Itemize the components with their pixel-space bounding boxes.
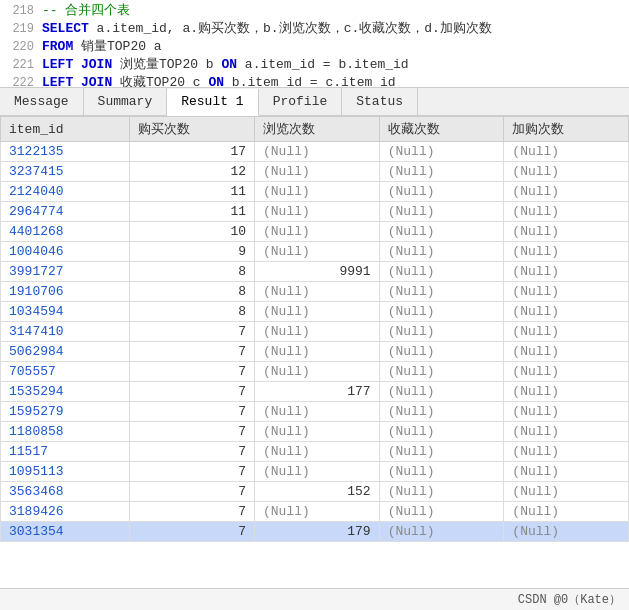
table-cell: 1034594 <box>1 302 130 322</box>
results-table-container[interactable]: item_id购买次数浏览次数收藏次数加购次数 312213517(Null)(… <box>0 116 629 588</box>
table-cell: (Null) <box>504 302 629 322</box>
table-row[interactable]: 15352947177(Null)(Null) <box>1 382 629 402</box>
table-cell: 1004046 <box>1 242 130 262</box>
table-cell: 8 <box>130 262 255 282</box>
table-row[interactable]: 31474107(Null)(Null)(Null) <box>1 322 629 342</box>
table-cell: 7 <box>130 422 255 442</box>
table-row[interactable]: 31894267(Null)(Null)(Null) <box>1 502 629 522</box>
line-number: 222 <box>4 74 42 88</box>
table-cell: 11 <box>130 202 255 222</box>
table-cell: (Null) <box>504 362 629 382</box>
table-cell: (Null) <box>379 482 504 502</box>
table-row[interactable]: 10040469(Null)(Null)(Null) <box>1 242 629 262</box>
table-cell: 7 <box>130 462 255 482</box>
table-cell: (Null) <box>255 182 380 202</box>
line-text: LEFT JOIN 收藏TOP20 c ON b.item_id = c.ite… <box>42 74 396 88</box>
code-area: 218-- 合并四个表219SELECT a.item_id, a.购买次数，b… <box>0 0 629 88</box>
table-row[interactable]: 30313547179(Null)(Null) <box>1 522 629 542</box>
table-cell: 8 <box>130 302 255 322</box>
table-cell: 152 <box>255 482 380 502</box>
table-cell: (Null) <box>379 242 504 262</box>
table-cell: 7 <box>130 322 255 342</box>
table-cell: 8 <box>130 282 255 302</box>
table-cell: (Null) <box>379 342 504 362</box>
table-row[interactable]: 10951137(Null)(Null)(Null) <box>1 462 629 482</box>
table-row[interactable]: 10345948(Null)(Null)(Null) <box>1 302 629 322</box>
table-cell: (Null) <box>379 282 504 302</box>
code-line: 220FROM 销量TOP20 a <box>0 38 629 56</box>
table-row[interactable]: 15952797(Null)(Null)(Null) <box>1 402 629 422</box>
status-text: CSDN @0（Kate） <box>518 591 621 608</box>
table-cell: 3122135 <box>1 142 130 162</box>
line-number: 221 <box>4 56 42 74</box>
table-cell: (Null) <box>504 462 629 482</box>
table-cell: 3563468 <box>1 482 130 502</box>
table-cell: 11 <box>130 182 255 202</box>
table-cell: 10 <box>130 222 255 242</box>
table-cell: (Null) <box>379 142 504 162</box>
table-cell: 7 <box>130 362 255 382</box>
table-cell: (Null) <box>504 162 629 182</box>
tab-message[interactable]: Message <box>0 88 84 115</box>
table-cell: 1180858 <box>1 422 130 442</box>
table-cell: 4401268 <box>1 222 130 242</box>
table-row[interactable]: 11808587(Null)(Null)(Null) <box>1 422 629 442</box>
table-cell: (Null) <box>255 222 380 242</box>
table-cell: (Null) <box>504 422 629 442</box>
table-row[interactable]: 7055577(Null)(Null)(Null) <box>1 362 629 382</box>
table-cell: 3147410 <box>1 322 130 342</box>
table-row[interactable]: 312213517(Null)(Null)(Null) <box>1 142 629 162</box>
table-cell: (Null) <box>379 442 504 462</box>
results-table: item_id购买次数浏览次数收藏次数加购次数 312213517(Null)(… <box>0 116 629 542</box>
code-line: 219SELECT a.item_id, a.购买次数，b.浏览次数，c.收藏次… <box>0 20 629 38</box>
table-cell: (Null) <box>379 222 504 242</box>
table-cell: (Null) <box>379 402 504 422</box>
table-cell: 3991727 <box>1 262 130 282</box>
table-cell: 9991 <box>255 262 380 282</box>
table-row[interactable]: 115177(Null)(Null)(Null) <box>1 442 629 462</box>
line-text: FROM 销量TOP20 a <box>42 38 162 56</box>
table-cell: 7 <box>130 342 255 362</box>
table-cell: (Null) <box>504 322 629 342</box>
table-cell: (Null) <box>255 342 380 362</box>
table-cell: 7 <box>130 502 255 522</box>
table-row[interactable]: 399172789991(Null)(Null) <box>1 262 629 282</box>
tab-summary[interactable]: Summary <box>84 88 168 115</box>
table-cell: (Null) <box>504 442 629 462</box>
status-bar: CSDN @0（Kate） <box>0 588 629 610</box>
table-cell: (Null) <box>255 282 380 302</box>
table-cell: (Null) <box>504 282 629 302</box>
line-number: 220 <box>4 38 42 56</box>
table-cell: (Null) <box>255 142 380 162</box>
line-number: 219 <box>4 20 42 38</box>
line-number: 218 <box>4 2 42 20</box>
table-cell: (Null) <box>379 422 504 442</box>
table-row[interactable]: 19107068(Null)(Null)(Null) <box>1 282 629 302</box>
table-cell: (Null) <box>255 442 380 462</box>
table-cell: (Null) <box>379 162 504 182</box>
table-cell: (Null) <box>379 502 504 522</box>
table-cell: 11517 <box>1 442 130 462</box>
table-cell: (Null) <box>504 502 629 522</box>
tab-result1[interactable]: Result 1 <box>167 89 258 116</box>
table-row[interactable]: 296477411(Null)(Null)(Null) <box>1 202 629 222</box>
table-row[interactable]: 440126810(Null)(Null)(Null) <box>1 222 629 242</box>
table-row[interactable]: 35634687152(Null)(Null) <box>1 482 629 502</box>
table-cell: 177 <box>255 382 380 402</box>
tab-profile[interactable]: Profile <box>259 88 343 115</box>
table-cell: 1535294 <box>1 382 130 402</box>
table-row[interactable]: 323741512(Null)(Null)(Null) <box>1 162 629 182</box>
table-cell: (Null) <box>504 402 629 422</box>
tab-status[interactable]: Status <box>342 88 418 115</box>
table-body: 312213517(Null)(Null)(Null)323741512(Nul… <box>1 142 629 542</box>
table-cell: (Null) <box>255 162 380 182</box>
table-cell: 3237415 <box>1 162 130 182</box>
column-header: 购买次数 <box>130 117 255 142</box>
table-cell: (Null) <box>379 382 504 402</box>
table-cell: (Null) <box>255 502 380 522</box>
table-row[interactable]: 50629847(Null)(Null)(Null) <box>1 342 629 362</box>
table-row[interactable]: 212404011(Null)(Null)(Null) <box>1 182 629 202</box>
table-cell: (Null) <box>504 382 629 402</box>
table-cell: 3189426 <box>1 502 130 522</box>
code-editor: 218-- 合并四个表219SELECT a.item_id, a.购买次数，b… <box>0 0 629 610</box>
